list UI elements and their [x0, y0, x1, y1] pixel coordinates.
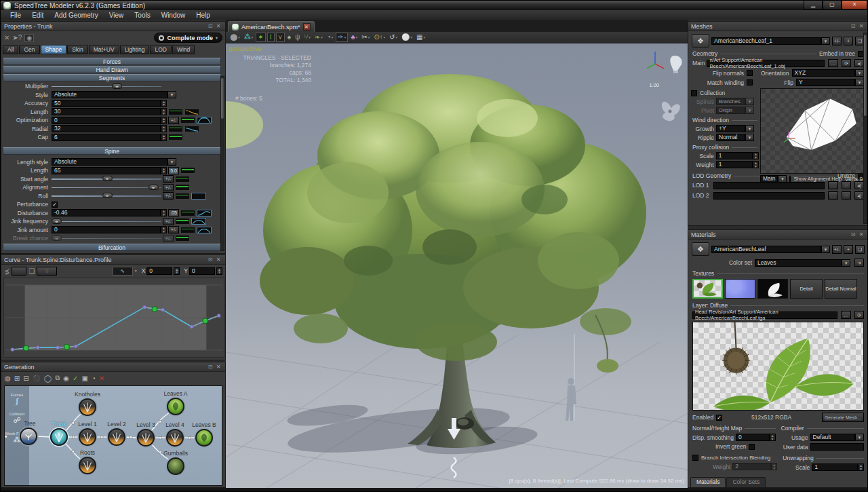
plus-minus-button[interactable]: +/- [163, 184, 174, 191]
mesh-select-dropdown[interactable]: AmericanBeechLeaf_1▼ [711, 37, 830, 45]
menu-edit[interactable]: Edit [26, 12, 49, 19]
node-label[interactable]: Roots [66, 449, 109, 456]
diffuse-path-field[interactable]: Head Revision/Art Support/American Beech… [692, 311, 837, 319]
bib-weight-spinner[interactable]: 2▲▼ [732, 463, 777, 470]
menu-help[interactable]: Help [191, 12, 216, 19]
ripple-dropdown[interactable]: Normal▼ [716, 134, 754, 141]
float-panel-icon[interactable]: ⊡ [849, 231, 857, 238]
preview-main-dropdown[interactable]: Main▼ [760, 175, 787, 183]
camera-label[interactable]: perspective [229, 45, 262, 52]
close-button[interactable]: ✕ [842, 1, 867, 10]
tab-wind[interactable]: Wind [172, 45, 195, 54]
section-segments[interactable]: Segments [3, 74, 221, 81]
grow-tool-icon[interactable]: ⊙↑▾ [372, 33, 387, 42]
slider-handle[interactable]: ◂▸ [112, 83, 122, 89]
node-label[interactable]: Leaves B [182, 421, 222, 428]
flip-dropdown[interactable]: Y▼ [796, 79, 864, 86]
tab-shape[interactable]: Shape [41, 45, 67, 54]
generate-mesh-button[interactable]: Generate Mesh... [822, 413, 864, 422]
close-panel-icon[interactable]: ✕ [857, 231, 865, 238]
menu-tools[interactable]: Tools [129, 12, 155, 19]
curve-thumb[interactable] [175, 184, 190, 191]
section-spine[interactable]: Spine [3, 147, 221, 155]
properties-scrollbar[interactable] [220, 76, 224, 251]
browse-button[interactable]: … [828, 191, 838, 200]
tab-color-sets[interactable]: Color Sets [726, 477, 766, 487]
chevron-down-icon[interactable]: ▼ [821, 246, 830, 253]
length-spinner[interactable]: 30▲▼ [52, 108, 167, 115]
tab-gen[interactable]: Gen [19, 45, 39, 54]
perturbance-checkbox[interactable]: ✓ [52, 202, 58, 208]
tab-mat-uv[interactable]: Mat+UV [89, 45, 119, 54]
curve-thumb[interactable] [168, 109, 183, 115]
node-level-3[interactable] [137, 429, 155, 447]
uw-scale-spinner[interactable]: 1▲▼ [812, 463, 864, 471]
node-leaves-b[interactable] [195, 429, 213, 447]
tab-close-icon[interactable]: ✕ [303, 23, 311, 31]
match-winding-checkbox[interactable] [747, 79, 753, 86]
sphere-icon[interactable]: ⚫ [33, 375, 41, 382]
plus-minus-button[interactable]: +/- [163, 192, 174, 200]
check-icon[interactable]: ✓ [73, 375, 78, 382]
eye-icon[interactable]: ◉ [24, 34, 34, 42]
enabled-checkbox[interactable]: ✓ [716, 415, 722, 421]
plus-minus-button[interactable]: +/- [832, 245, 842, 254]
plus-minus-button[interactable]: +/- [168, 117, 179, 124]
float-panel-icon[interactable]: ⊡ [206, 257, 214, 263]
node-level-4[interactable] [166, 429, 184, 447]
cards-icon[interactable]: ⧉ [55, 374, 60, 382]
menu-window[interactable]: Window [156, 12, 191, 19]
plus-minus-button[interactable]: +/- [163, 218, 174, 225]
curve-thumb[interactable] [197, 210, 212, 216]
chevron-down-icon[interactable]: ▼ [167, 91, 176, 98]
reload-icon[interactable]: ⟳ [842, 59, 851, 67]
delete-node-icon[interactable]: ✕ [99, 375, 104, 382]
add-button[interactable]: + [844, 37, 853, 45]
curve-thumb[interactable] [175, 176, 190, 183]
start-angle-slider[interactable]: ◂▸ [52, 175, 161, 183]
document-tab[interactable]: AmericanBeech.spm* ✕ [228, 21, 315, 32]
float-panel-icon[interactable]: ⊡ [849, 23, 857, 29]
variance-badge[interactable]: 5.0 [168, 167, 179, 174]
browse-button[interactable]: … [841, 311, 851, 319]
curve-tool-button[interactable] [12, 267, 26, 276]
eye-icon[interactable]: ◉ [63, 375, 69, 382]
branch-tool-icon[interactable]: ⋎ [276, 33, 285, 42]
prune-tool-icon[interactable]: ✂▾ [360, 33, 371, 42]
node-level-2[interactable] [108, 428, 125, 446]
curve-thumb[interactable] [197, 227, 212, 233]
orientation-dropdown[interactable]: XYZ▼ [792, 69, 864, 77]
color-set-dropdown[interactable]: Leaves▼ [755, 259, 850, 267]
plus-minus-button[interactable]: +/- [168, 226, 179, 233]
frond-tool-icon[interactable]: ❧▾ [313, 33, 324, 42]
disp-smoothing-spinner[interactable]: 0▲▼ [736, 434, 776, 441]
lock-icon[interactable]: ▣ [81, 375, 87, 382]
curve-thumb[interactable] [168, 134, 183, 140]
curve-thumb[interactable] [175, 193, 190, 200]
tab-lod[interactable]: LOD [150, 45, 171, 54]
plus-minus-button[interactable]: +/- [832, 37, 842, 45]
duplicate-icon[interactable]: ❏ [855, 245, 865, 254]
node-knotholes[interactable] [79, 398, 96, 416]
usage-dropdown[interactable]: Default▼ [810, 434, 865, 441]
node-tool-icon[interactable]: ⁂▾ [243, 33, 255, 42]
mesh-preview[interactable] [760, 88, 865, 174]
add-node-icon[interactable]: ⊞ [14, 375, 20, 382]
node-label[interactable]: Gumballs [154, 450, 197, 457]
detail-button[interactable]: Detail [790, 279, 823, 299]
add-button[interactable]: + [844, 245, 853, 254]
node-level-1[interactable] [79, 428, 96, 446]
close-panel-icon[interactable]: ✕ [857, 23, 865, 29]
pivot-dropdown[interactable]: Origin▼ [716, 107, 754, 114]
node-label[interactable]: Leaves A [154, 390, 197, 397]
alignment-help-checkbox[interactable] [789, 176, 791, 182]
tab-all[interactable]: All [3, 45, 18, 54]
section-bifurcation[interactable]: Bifurcation [3, 244, 221, 251]
help-cursor-icon[interactable]: ➤? [12, 34, 22, 41]
tree-tool-icon[interactable]: ♠ [286, 33, 292, 42]
node-leaves-a[interactable] [167, 398, 184, 415]
diffuse-texture-thumb[interactable] [692, 279, 723, 299]
texture-preview[interactable] [692, 322, 864, 411]
plus-minus-button[interactable]: +/- [163, 175, 174, 183]
node-roots[interactable] [79, 457, 96, 474]
